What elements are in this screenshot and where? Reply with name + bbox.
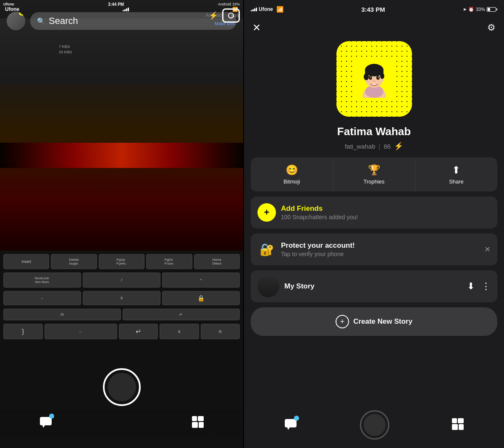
capture-button-ring[interactable]	[103, 368, 141, 406]
trophies-label: Trophies	[363, 178, 384, 185]
add-friends-title: Add Friends	[281, 204, 491, 213]
bitmoji-button[interactable]: 😊 Bitmoji	[251, 157, 333, 191]
battery-indicator	[487, 7, 497, 12]
create-story-label: Create New Story	[353, 317, 412, 326]
trophy-icon: 🏆	[368, 164, 381, 176]
svg-rect-4	[192, 422, 198, 428]
key-home[interactable]: HomeDébut	[194, 254, 240, 269]
svg-rect-24	[452, 418, 457, 423]
story-thumbnail	[257, 275, 279, 297]
carrier-secondary: Ufone	[3, 2, 14, 6]
snapcode-container	[244, 37, 504, 123]
protect-title: Protect your account!	[281, 241, 491, 250]
lock-icon: 🔐	[260, 243, 274, 257]
key-delete-suppr[interactable]: DeleteSuppr.	[51, 254, 97, 269]
protect-text: Protect your account! Tap to verify your…	[281, 241, 491, 257]
keyboard-row-4: /4 ↵	[0, 307, 243, 322]
share-button[interactable]: ⬆ Share	[415, 157, 497, 191]
battery-pct-right: 33%	[476, 7, 485, 12]
bottom-nav-left	[0, 406, 243, 448]
svg-rect-3	[198, 416, 204, 421]
svg-rect-5	[199, 422, 204, 428]
keyboard-row-2: NumLockVerr.Num. / *	[0, 271, 243, 289]
story-action-buttons: ⬇ ⋮	[467, 281, 491, 292]
sig-bar2	[252, 9, 254, 11]
notification-badge: 99	[19, 12, 25, 16]
key-pgdn[interactable]: PgDnP.suiv.	[146, 254, 192, 269]
screenshot-button[interactable]	[222, 8, 240, 23]
location-icon: ➤	[463, 7, 467, 12]
top-toolbar: ⚡	[207, 8, 240, 23]
protect-subtitle: Tap to verify your phone	[281, 251, 491, 257]
create-new-story-button[interactable]: + Create New Story	[251, 307, 497, 336]
bitmoji-icon: 😊	[286, 164, 298, 176]
time-left: 3:44 PM	[108, 2, 124, 7]
alarm-icon: ⏰	[468, 7, 474, 12]
my-story-card[interactable]: My Story ⬇ ⋮	[251, 270, 497, 302]
carrier-name-right: Ufone	[259, 6, 273, 12]
profile-header: ✕ ⚙	[244, 18, 504, 37]
user-name: Fatima Wahab	[244, 123, 504, 140]
search-icon: 🔍	[37, 17, 45, 25]
key-5-slash[interactable]: /5	[201, 324, 240, 339]
add-friends-text: Add Friends 100 Snapchatters added you!	[281, 204, 491, 220]
snapcode[interactable]	[336, 41, 412, 117]
key-8[interactable]: 8	[160, 324, 199, 339]
key-numlock[interactable]: NumLockVerr.Num.	[3, 272, 81, 288]
key-brace-left[interactable]: }	[3, 324, 43, 339]
key-lock[interactable]: 🔒	[162, 291, 240, 305]
action-buttons-row: 😊 Bitmoji 🏆 Trophies ⬆ Share	[251, 157, 497, 191]
key-asterisk[interactable]: *	[162, 272, 240, 288]
download-story-button[interactable]: ⬇	[467, 281, 475, 292]
svg-point-15	[364, 73, 369, 80]
key-left-arrow[interactable]: ←	[3, 291, 81, 305]
stories-nav-right[interactable]	[452, 418, 464, 432]
chat-nav-right[interactable]	[284, 417, 297, 432]
key-4[interactable]: /4	[3, 309, 121, 320]
key-backspace[interactable]: ↵	[123, 309, 240, 320]
share-label: Share	[449, 178, 464, 185]
key-pgup[interactable]: PgUpP.préc.	[99, 254, 144, 269]
spacer-left	[114, 414, 131, 431]
red-illumination-bar	[0, 143, 243, 168]
stories-nav-item[interactable]	[192, 416, 204, 430]
svg-point-19	[370, 76, 371, 78]
signal-bars-right	[251, 8, 257, 11]
key-left-arrow2[interactable]: ←	[45, 324, 117, 339]
bottom-nav-right	[244, 410, 504, 448]
snapcode-center	[353, 58, 395, 100]
search-input[interactable]: 🔍 Search	[30, 12, 236, 30]
right-panel: Ufone 📶 3:43 PM ➤ ⏰ 33% ✕ ⚙	[244, 0, 504, 448]
flash-button[interactable]: ⚡	[207, 9, 220, 22]
capture-button-right[interactable]	[360, 410, 389, 440]
battery-tip	[496, 8, 497, 10]
search-label: Search	[49, 16, 78, 26]
sig-bar1	[251, 10, 252, 11]
more-options-button[interactable]: ⋮	[481, 281, 491, 292]
key-9[interactable]: 9	[83, 291, 160, 305]
user-handle-row: fati_wahab | 86 ⚡	[244, 140, 504, 157]
stories-icon	[192, 416, 204, 428]
settings-button[interactable]: ⚙	[487, 22, 496, 33]
key-insert[interactable]: Insert	[3, 254, 49, 269]
share-icon: ⬆	[452, 164, 460, 176]
dismiss-protect-button[interactable]: ✕	[484, 245, 491, 254]
stories-icon-right	[452, 418, 464, 430]
story-thumb-inner	[257, 275, 279, 297]
svg-rect-22	[285, 419, 297, 427]
svg-point-16	[380, 73, 384, 79]
trophies-button[interactable]: 🏆 Trophies	[333, 157, 415, 191]
avatar[interactable]: 99	[7, 12, 25, 30]
chat-nav-item[interactable]	[39, 415, 52, 430]
add-friends-icon: +	[257, 203, 276, 222]
create-plus-icon: +	[336, 315, 349, 328]
bitmoji-label: Bitmoji	[284, 178, 300, 185]
protect-account-card[interactable]: 🔐 Protect your account! Tap to verify yo…	[251, 233, 497, 265]
key-slash[interactable]: /	[83, 272, 160, 288]
key-enter[interactable]: ↵	[119, 324, 158, 339]
add-friends-card[interactable]: + Add Friends 100 Snapchatters added you…	[251, 196, 497, 228]
close-button[interactable]: ✕	[252, 22, 261, 34]
add-friends-subtitle: 100 Snapchatters added you!	[281, 214, 491, 220]
keyboard-row-3: ← 9 🔒	[0, 289, 243, 307]
separator: |	[379, 143, 381, 150]
